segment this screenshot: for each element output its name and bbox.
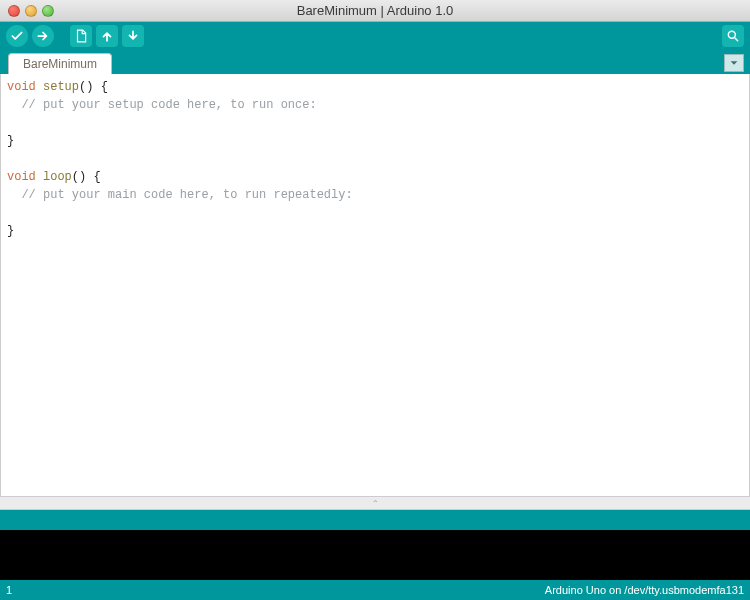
window-titlebar: BareMinimum | Arduino 1.0 — [0, 0, 750, 22]
status-bar: 1 Arduino Uno on /dev/tty.usbmodemfa131 — [0, 580, 750, 600]
verify-button[interactable] — [6, 25, 28, 47]
minimize-window-button[interactable] — [25, 5, 37, 17]
chevron-down-icon — [729, 58, 739, 68]
close-window-button[interactable] — [8, 5, 20, 17]
tab-active[interactable]: BareMinimum — [8, 53, 112, 74]
code-editor[interactable]: void setup() { // put your setup code he… — [0, 74, 750, 496]
check-icon — [10, 29, 24, 43]
arrow-down-icon — [126, 29, 140, 43]
console-output — [0, 530, 750, 580]
arrow-right-icon — [36, 29, 50, 43]
arrow-up-icon — [100, 29, 114, 43]
zoom-window-button[interactable] — [42, 5, 54, 17]
console-header — [0, 510, 750, 530]
magnifier-icon — [726, 29, 740, 43]
new-sketch-button[interactable] — [70, 25, 92, 47]
serial-monitor-button[interactable] — [722, 25, 744, 47]
window-title: BareMinimum | Arduino 1.0 — [0, 3, 750, 18]
board-port: Arduino Uno on /dev/tty.usbmodemfa131 — [545, 584, 744, 596]
panel-drag-handle[interactable]: ⌃ — [0, 496, 750, 510]
traffic-lights — [0, 5, 54, 17]
tab-menu-button[interactable] — [724, 54, 744, 72]
line-number: 1 — [6, 584, 36, 596]
save-sketch-button[interactable] — [122, 25, 144, 47]
tab-bar: BareMinimum — [0, 50, 750, 74]
toolbar — [0, 22, 750, 50]
upload-button[interactable] — [32, 25, 54, 47]
open-sketch-button[interactable] — [96, 25, 118, 47]
file-icon — [74, 29, 88, 43]
